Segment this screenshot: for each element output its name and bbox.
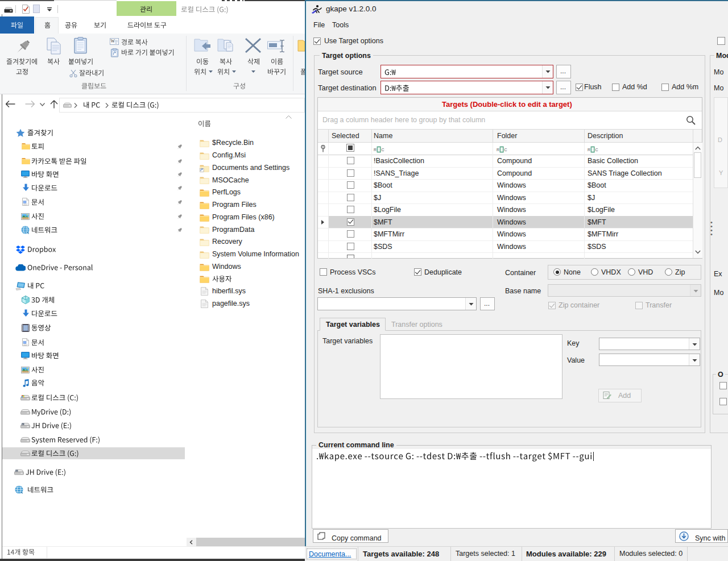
svg-text:W: W [111, 39, 115, 44]
svg-text:R: R [374, 148, 377, 152]
svg-text:C: C [382, 148, 384, 152]
svg-text:R: R [588, 148, 590, 152]
svg-text:C: C [504, 148, 507, 152]
svg-text:≡: ≡ [22, 423, 23, 425]
svg-text:C: C [595, 148, 598, 152]
svg-text:R: R [497, 148, 499, 152]
svg-text:≡: ≡ [15, 469, 16, 472]
